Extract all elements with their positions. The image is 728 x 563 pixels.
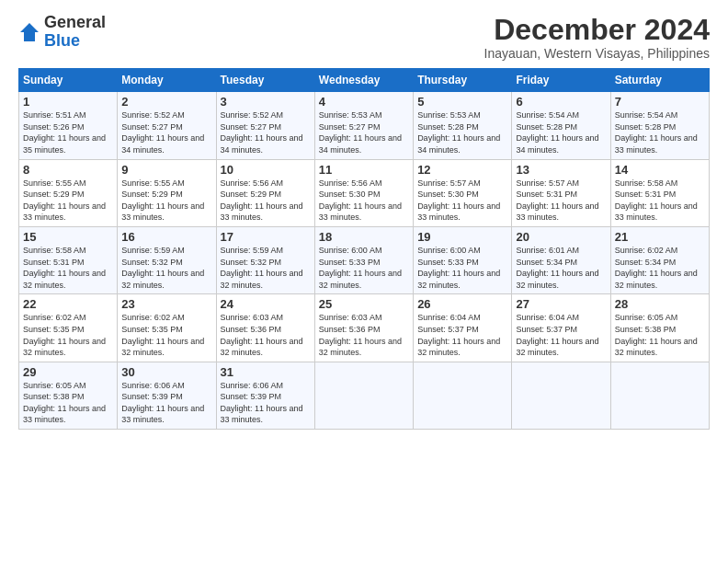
day-number: 8 <box>23 163 113 177</box>
day-detail: Sunrise: 6:02 AMSunset: 5:35 PMDaylight:… <box>121 312 211 358</box>
day-number: 5 <box>417 95 507 109</box>
calendar-cell: 14Sunrise: 5:58 AMSunset: 5:31 PMDayligh… <box>610 159 709 226</box>
day-number: 6 <box>516 95 606 109</box>
day-number: 9 <box>121 163 211 177</box>
calendar-cell: 17Sunrise: 5:59 AMSunset: 5:32 PMDayligh… <box>216 226 314 293</box>
day-detail: Sunrise: 6:02 AMSunset: 5:34 PMDaylight:… <box>615 245 705 291</box>
day-number: 18 <box>319 230 409 244</box>
day-number: 16 <box>121 230 211 244</box>
week-row-4: 22Sunrise: 6:02 AMSunset: 5:35 PMDayligh… <box>19 294 710 362</box>
day-detail: Sunrise: 6:00 AMSunset: 5:33 PMDaylight:… <box>319 245 409 291</box>
calendar-cell: 11Sunrise: 5:56 AMSunset: 5:30 PMDayligh… <box>314 159 413 226</box>
day-number: 29 <box>23 365 113 379</box>
svg-marker-0 <box>20 23 39 41</box>
location-subtitle: Inayauan, Western Visayas, Philippines <box>484 46 710 61</box>
day-detail: Sunrise: 5:52 AMSunset: 5:27 PMDaylight:… <box>121 109 211 155</box>
day-number: 23 <box>121 297 211 311</box>
calendar-cell: 16Sunrise: 5:59 AMSunset: 5:32 PMDayligh… <box>118 226 216 293</box>
day-detail: Sunrise: 6:03 AMSunset: 5:36 PMDaylight:… <box>319 312 409 358</box>
calendar-cell: 26Sunrise: 6:04 AMSunset: 5:37 PMDayligh… <box>414 294 512 362</box>
day-number: 10 <box>221 163 311 177</box>
day-detail: Sunrise: 5:54 AMSunset: 5:28 PMDaylight:… <box>615 109 705 155</box>
day-detail: Sunrise: 5:53 AMSunset: 5:28 PMDaylight:… <box>417 109 507 155</box>
day-detail: Sunrise: 5:55 AMSunset: 5:29 PMDaylight:… <box>121 178 211 224</box>
calendar-cell: 22Sunrise: 6:02 AMSunset: 5:35 PMDayligh… <box>19 294 118 362</box>
day-number: 14 <box>615 163 705 177</box>
day-detail: Sunrise: 5:56 AMSunset: 5:30 PMDaylight:… <box>319 178 409 224</box>
day-number: 30 <box>121 365 211 379</box>
day-number: 24 <box>221 297 311 311</box>
col-header-saturday: Saturday <box>610 69 709 92</box>
day-detail: Sunrise: 5:58 AMSunset: 5:31 PMDaylight:… <box>23 245 113 291</box>
day-detail: Sunrise: 5:57 AMSunset: 5:30 PMDaylight:… <box>417 178 507 224</box>
logo-blue: Blue <box>44 32 106 51</box>
calendar-cell: 10Sunrise: 5:56 AMSunset: 5:29 PMDayligh… <box>216 159 314 226</box>
week-row-2: 8Sunrise: 5:55 AMSunset: 5:29 PMDaylight… <box>19 159 710 226</box>
day-number: 31 <box>221 365 311 379</box>
calendar-table: SundayMondayTuesdayWednesdayThursdayFrid… <box>18 68 710 430</box>
calendar-cell <box>414 362 512 429</box>
page: General Blue December 2024 Inayauan, Wes… <box>0 0 728 563</box>
logo-general: General <box>44 14 106 32</box>
day-number: 19 <box>417 230 507 244</box>
day-number: 4 <box>319 95 409 109</box>
day-detail: Sunrise: 5:55 AMSunset: 5:29 PMDaylight:… <box>23 178 113 224</box>
calendar-cell: 8Sunrise: 5:55 AMSunset: 5:29 PMDaylight… <box>19 159 118 226</box>
calendar-cell <box>314 362 413 429</box>
calendar-cell: 2Sunrise: 5:52 AMSunset: 5:27 PMDaylight… <box>118 92 216 159</box>
calendar-cell: 7Sunrise: 5:54 AMSunset: 5:28 PMDaylight… <box>610 92 709 159</box>
calendar-cell <box>610 362 709 429</box>
day-detail: Sunrise: 5:58 AMSunset: 5:31 PMDaylight:… <box>615 178 705 224</box>
week-row-1: 1Sunrise: 5:51 AMSunset: 5:26 PMDaylight… <box>19 92 710 159</box>
logo-icon <box>18 21 40 43</box>
day-detail: Sunrise: 5:59 AMSunset: 5:32 PMDaylight:… <box>121 245 211 291</box>
day-detail: Sunrise: 6:05 AMSunset: 5:38 PMDaylight:… <box>615 312 705 358</box>
day-number: 17 <box>221 230 311 244</box>
calendar-cell: 12Sunrise: 5:57 AMSunset: 5:30 PMDayligh… <box>414 159 512 226</box>
calendar-cell: 18Sunrise: 6:00 AMSunset: 5:33 PMDayligh… <box>314 226 413 293</box>
day-number: 21 <box>615 230 705 244</box>
day-detail: Sunrise: 6:06 AMSunset: 5:39 PMDaylight:… <box>221 380 311 426</box>
day-number: 3 <box>221 95 311 109</box>
calendar-cell: 4Sunrise: 5:53 AMSunset: 5:27 PMDaylight… <box>314 92 413 159</box>
day-detail: Sunrise: 6:02 AMSunset: 5:35 PMDaylight:… <box>23 312 113 358</box>
col-header-tuesday: Tuesday <box>216 69 314 92</box>
day-detail: Sunrise: 5:51 AMSunset: 5:26 PMDaylight:… <box>23 109 113 155</box>
calendar-cell: 13Sunrise: 5:57 AMSunset: 5:31 PMDayligh… <box>512 159 610 226</box>
header-row: SundayMondayTuesdayWednesdayThursdayFrid… <box>19 69 710 92</box>
day-detail: Sunrise: 5:57 AMSunset: 5:31 PMDaylight:… <box>516 178 606 224</box>
day-number: 15 <box>23 230 113 244</box>
col-header-wednesday: Wednesday <box>314 69 413 92</box>
week-row-3: 15Sunrise: 5:58 AMSunset: 5:31 PMDayligh… <box>19 226 710 293</box>
day-detail: Sunrise: 6:04 AMSunset: 5:37 PMDaylight:… <box>417 312 507 358</box>
day-number: 28 <box>615 297 705 311</box>
logo: General Blue <box>18 14 106 51</box>
calendar-cell: 20Sunrise: 6:01 AMSunset: 5:34 PMDayligh… <box>512 226 610 293</box>
calendar-cell: 6Sunrise: 5:54 AMSunset: 5:28 PMDaylight… <box>512 92 610 159</box>
day-detail: Sunrise: 6:05 AMSunset: 5:38 PMDaylight:… <box>23 380 113 426</box>
day-number: 2 <box>121 95 211 109</box>
calendar-cell: 31Sunrise: 6:06 AMSunset: 5:39 PMDayligh… <box>216 362 314 429</box>
calendar-cell: 5Sunrise: 5:53 AMSunset: 5:28 PMDaylight… <box>414 92 512 159</box>
header: General Blue December 2024 Inayauan, Wes… <box>18 14 710 61</box>
day-detail: Sunrise: 5:59 AMSunset: 5:32 PMDaylight:… <box>221 245 311 291</box>
calendar-cell: 29Sunrise: 6:05 AMSunset: 5:38 PMDayligh… <box>19 362 118 429</box>
month-title: December 2024 <box>484 14 710 46</box>
calendar-cell: 21Sunrise: 6:02 AMSunset: 5:34 PMDayligh… <box>610 226 709 293</box>
col-header-friday: Friday <box>512 69 610 92</box>
calendar-cell: 25Sunrise: 6:03 AMSunset: 5:36 PMDayligh… <box>314 294 413 362</box>
week-row-5: 29Sunrise: 6:05 AMSunset: 5:38 PMDayligh… <box>19 362 710 429</box>
day-detail: Sunrise: 6:01 AMSunset: 5:34 PMDaylight:… <box>516 245 606 291</box>
day-detail: Sunrise: 6:06 AMSunset: 5:39 PMDaylight:… <box>121 380 211 426</box>
day-number: 7 <box>615 95 705 109</box>
calendar-cell: 15Sunrise: 5:58 AMSunset: 5:31 PMDayligh… <box>19 226 118 293</box>
calendar-cell: 30Sunrise: 6:06 AMSunset: 5:39 PMDayligh… <box>118 362 216 429</box>
day-detail: Sunrise: 5:56 AMSunset: 5:29 PMDaylight:… <box>221 178 311 224</box>
day-number: 11 <box>319 163 409 177</box>
day-number: 27 <box>516 297 606 311</box>
day-number: 20 <box>516 230 606 244</box>
day-number: 26 <box>417 297 507 311</box>
logo-text: General Blue <box>44 14 106 51</box>
calendar-cell: 28Sunrise: 6:05 AMSunset: 5:38 PMDayligh… <box>610 294 709 362</box>
calendar-cell: 23Sunrise: 6:02 AMSunset: 5:35 PMDayligh… <box>118 294 216 362</box>
